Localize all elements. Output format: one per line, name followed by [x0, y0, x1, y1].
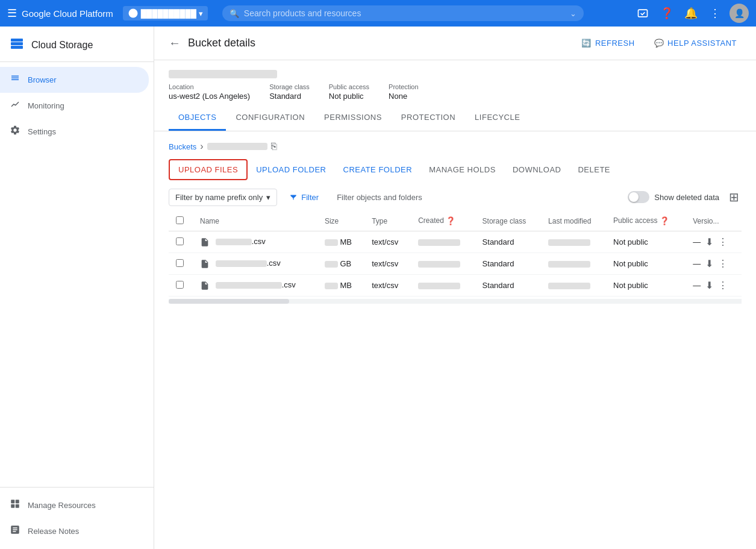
brand-name: Google Cloud Platform: [22, 8, 113, 19]
row-checkbox-2[interactable]: [176, 281, 184, 289]
sidebar-item-manage-resources[interactable]: Manage Resources: [0, 492, 149, 518]
row-checkbox-0[interactable]: [176, 237, 184, 245]
filter-input-area: Filter objects and folders: [331, 189, 620, 205]
tab-protection[interactable]: PROTECTION: [392, 105, 465, 131]
row-name-2: .csv: [193, 275, 317, 296]
filter-dropdown[interactable]: Filter by name prefix only ▾: [169, 189, 277, 206]
protection-value: None: [389, 92, 419, 101]
notifications-icon[interactable]: 🔔: [681, 4, 701, 23]
filter-dropdown-label: Filter by name prefix only: [175, 193, 263, 202]
row-checkbox-cell-2: [169, 275, 193, 296]
hamburger-menu[interactable]: ☰: [7, 7, 17, 20]
download-button[interactable]: DOWNLOAD: [504, 160, 570, 179]
sidebar-footer: Manage Resources Release Notes: [0, 487, 154, 549]
public-access-help-icon[interactable]: ❓: [660, 217, 669, 226]
scroll-bar[interactable]: [169, 299, 289, 304]
sidebar-item-release-notes[interactable]: Release Notes: [0, 518, 149, 544]
search-expand-icon: ⌄: [570, 9, 576, 18]
tab-permissions[interactable]: PERMISSIONS: [314, 105, 392, 131]
row-download-icon-0[interactable]: ⬇: [705, 236, 713, 248]
file-icon-0: [200, 237, 212, 246]
top-nav: ☰ Google Cloud Platform ██████████ ▾ 🔍 ⌄…: [0, 0, 756, 27]
tab-configuration[interactable]: CONFIGURATION: [226, 105, 314, 131]
svg-rect-6: [16, 500, 19, 503]
more-options-icon[interactable]: ⋮: [705, 4, 725, 23]
help-assistant-button[interactable]: 💬 HELP ASSISTANT: [649, 35, 742, 51]
row-more-icon-0[interactable]: ⋮: [718, 236, 728, 248]
service-name: Cloud Storage: [31, 40, 93, 51]
project-selector[interactable]: ██████████ ▾: [123, 6, 208, 20]
row-more-icon-1[interactable]: ⋮: [718, 258, 728, 269]
filter-icon: [289, 193, 298, 201]
sidebar-item-label-manage-resources: Manage Resources: [28, 501, 96, 510]
created-help-icon[interactable]: ❓: [446, 217, 455, 226]
filter-btn-label: Filter: [301, 193, 319, 202]
create-folder-button[interactable]: CREATE FOLDER: [335, 160, 421, 179]
filter-button[interactable]: Filter: [284, 189, 323, 205]
row-actions-2: — ⬇ ⋮: [693, 280, 734, 291]
sidebar-item-settings[interactable]: Settings: [0, 119, 149, 145]
row-version-0: — ⬇ ⋮: [686, 231, 742, 253]
tab-lifecycle[interactable]: LIFECYCLE: [465, 105, 530, 131]
table-row: .csv GB text/csv Standard Not public — ⬇…: [169, 253, 742, 275]
public-access-label: Public access: [329, 83, 369, 90]
bucket-meta: Location us-west2 (Los Angeles) Storage …: [169, 83, 742, 105]
scroll-bar-container: [169, 299, 742, 304]
avatar[interactable]: 👤: [729, 4, 749, 23]
svg-rect-2: [11, 39, 23, 42]
release-notes-icon: [10, 524, 20, 538]
upload-files-button[interactable]: UPLOAD FILES: [169, 159, 248, 180]
storage-service-icon: [10, 36, 24, 54]
col-name: Name: [193, 212, 317, 231]
row-last-modified-blurred-2: [548, 283, 590, 289]
svg-rect-4: [11, 46, 23, 49]
show-deleted-row: Show deleted data: [628, 191, 719, 203]
sidebar-item-monitoring[interactable]: Monitoring: [0, 93, 149, 119]
file-icon-2: [200, 280, 212, 289]
row-type-2: text/csv: [364, 275, 411, 296]
file-icon-1: [200, 259, 212, 268]
select-all-checkbox[interactable]: [176, 216, 184, 224]
row-download-icon-2[interactable]: ⬇: [705, 280, 713, 291]
search-input[interactable]: [244, 8, 565, 18]
row-created-0: [411, 231, 475, 253]
row-version-1: — ⬇ ⋮: [686, 253, 742, 275]
row-more-icon-2[interactable]: ⋮: [718, 280, 728, 291]
files-table: Name Size Type Created ❓ S: [169, 212, 742, 296]
col-version: Versio...: [686, 212, 742, 231]
row-public-access-0: Not public: [606, 231, 686, 253]
app-body: Cloud Storage Browser Monitoring Setting…: [0, 27, 756, 549]
help-icon[interactable]: ❓: [657, 4, 676, 23]
objects-content: Buckets › ⎘ UPLOAD FILES UPLOAD FOLDER C…: [154, 131, 756, 313]
search-bar[interactable]: 🔍 ⌄: [222, 5, 584, 21]
tabs: OBJECTS CONFIGURATION PERMISSIONS PROTEC…: [154, 105, 756, 131]
cloud-shell-icon[interactable]: [633, 4, 652, 23]
row-checkbox-cell-0: [169, 231, 193, 253]
breadcrumb-buckets[interactable]: Buckets: [169, 142, 196, 151]
sidebar-item-browser[interactable]: Browser: [0, 67, 149, 93]
row-size-blurred-2: [325, 283, 338, 289]
row-name-suffix-0: .csv: [252, 237, 266, 246]
select-all-col: [169, 212, 193, 231]
row-checkbox-1[interactable]: [176, 259, 184, 267]
col-type: Type: [364, 212, 411, 231]
manage-holds-button[interactable]: MANAGE HOLDS: [420, 160, 504, 179]
back-button[interactable]: ←: [169, 36, 181, 50]
refresh-button[interactable]: 🔄 REFRESH: [576, 35, 639, 51]
copy-bucket-name-icon[interactable]: ⎘: [271, 141, 277, 152]
row-actions-1: — ⬇ ⋮: [693, 258, 734, 269]
upload-folder-button[interactable]: UPLOAD FOLDER: [248, 160, 334, 179]
action-buttons: UPLOAD FILES UPLOAD FOLDER CREATE FOLDER…: [169, 159, 742, 180]
row-created-blurred-2: [418, 283, 460, 289]
row-name-blurred-1: [216, 260, 267, 267]
delete-button[interactable]: DELETE: [569, 160, 619, 179]
row-download-icon-1[interactable]: ⬇: [705, 258, 713, 269]
tab-objects[interactable]: OBJECTS: [169, 105, 226, 131]
show-deleted-toggle[interactable]: [628, 191, 649, 203]
filter-row: Filter by name prefix only ▾ Filter Filt…: [169, 187, 742, 212]
col-created: Created ❓: [411, 212, 475, 231]
row-type-1: text/csv: [364, 253, 411, 275]
filter-dropdown-chevron: ▾: [266, 193, 270, 202]
col-size: Size: [317, 212, 364, 231]
columns-toggle-icon[interactable]: ⊞: [726, 187, 742, 207]
